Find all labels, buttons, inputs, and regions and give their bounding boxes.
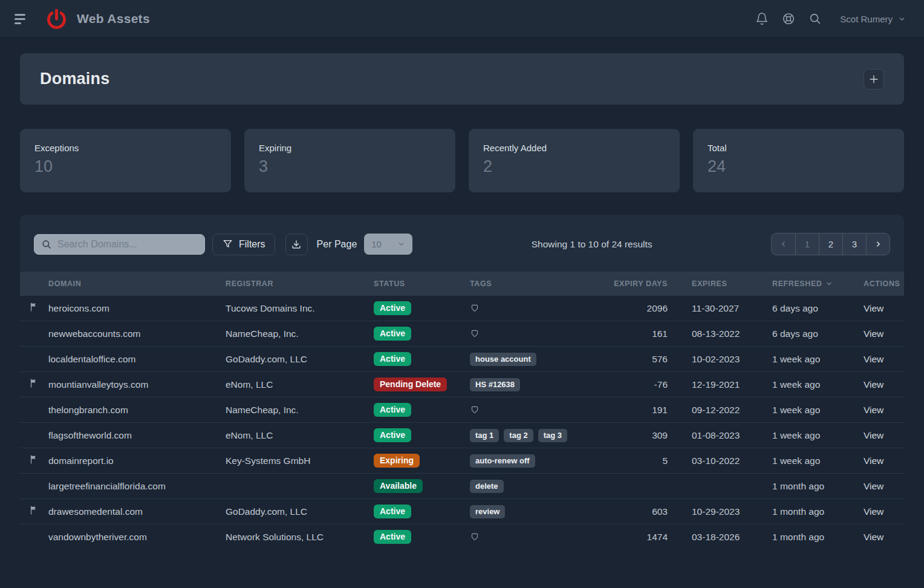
view-link[interactable]: View — [864, 481, 883, 491]
domain-name: domainreport.io — [48, 456, 226, 466]
tags-cell: auto-renew off — [470, 454, 596, 468]
tags-cell: delete — [470, 480, 596, 493]
top-navbar: Web Assets Scot Rumery — [0, 0, 924, 38]
expires-date: 12-19-2021 — [668, 379, 772, 390]
tag-pill: auto-renew off — [470, 454, 535, 468]
header-registrar: REGISTRAR — [226, 279, 374, 288]
expiry-days: 309 — [596, 430, 668, 441]
pagination-prev-button[interactable] — [772, 234, 795, 255]
table-toolbar: Filters Per Page 10 Showing 1 to 10 of 2… — [20, 233, 904, 255]
stat-card-expiring: Expiring 3 — [244, 129, 455, 192]
domain-name: mountianvalleytoys.com — [48, 379, 226, 390]
stat-value: 3 — [259, 157, 441, 176]
domains-panel: Filters Per Page 10 Showing 1 to 10 of 2… — [20, 215, 904, 549]
table-row: drawesomedental.com GoDaddy.com, LLC Act… — [20, 498, 904, 524]
app-title: Web Assets — [77, 11, 150, 26]
tags-cell — [470, 304, 596, 313]
table-row: mountianvalleytoys.com eNom, LLC Pending… — [20, 371, 904, 397]
status-badge: Available — [374, 479, 423, 493]
view-link[interactable]: View — [864, 354, 883, 364]
view-link[interactable]: View — [864, 303, 883, 313]
header-domain: DOMAIN — [48, 279, 226, 288]
pagination-page-2[interactable]: 2 — [819, 234, 842, 255]
tag-icon — [470, 532, 480, 542]
view-link[interactable]: View — [864, 532, 883, 542]
flag-icon — [29, 505, 39, 518]
table-row: domainreport.io Key-Systems GmbH Expirin… — [20, 448, 904, 473]
table-header-row: DOMAIN REGISTRAR STATUS TAGS EXPIRY DAYS… — [20, 272, 904, 295]
tag-pill: house account — [470, 353, 536, 366]
domain-name: localdentaloffice.com — [48, 354, 226, 365]
search-icon[interactable] — [808, 12, 822, 25]
domain-name: thelongbranch.com — [48, 405, 226, 416]
expires-date: 11-30-2027 — [668, 303, 772, 314]
menu-icon[interactable] — [15, 14, 30, 24]
stat-card-recently-added: Recently Added 2 — [469, 129, 680, 192]
power-logo-icon — [45, 8, 68, 30]
bell-icon[interactable] — [755, 12, 769, 25]
chevron-down-icon — [397, 240, 405, 248]
table-row: localdentaloffice.com GoDaddy.com, LLC A… — [20, 346, 904, 371]
stats-row: Exceptions 10 Expiring 3 Recently Added … — [20, 129, 904, 192]
view-link[interactable]: View — [864, 328, 883, 339]
registrar: NameCheap, Inc. — [226, 328, 374, 339]
registrar: NameCheap, Inc. — [226, 405, 374, 416]
stat-label: Total — [708, 143, 890, 153]
status-badge: Active — [374, 428, 411, 442]
view-link[interactable]: View — [864, 379, 883, 390]
table-row: heroicons.com Tucows Domains Inc. Active… — [20, 295, 904, 321]
registrar: Tucows Domains Inc. — [226, 303, 374, 314]
header-actions: ACTIONS — [864, 279, 904, 288]
chevron-down-icon — [898, 15, 906, 23]
search-input-icon — [41, 239, 52, 252]
pagination-page-3[interactable]: 3 — [842, 234, 866, 255]
tags-cell — [470, 532, 596, 542]
refreshed-cell: 1 week ago — [772, 405, 864, 416]
expires-date: 10-02-2023 — [668, 354, 772, 365]
plus-icon — [868, 73, 880, 85]
expiry-days: 2096 — [596, 303, 668, 314]
registrar: Key-Systems GmbH — [226, 456, 374, 466]
expiry-days: 191 — [596, 405, 668, 416]
tag-pill: tag 3 — [538, 429, 567, 442]
expires-date: 09-12-2022 — [668, 405, 772, 416]
flag-icon — [29, 302, 39, 315]
tag-pill: tag 2 — [504, 429, 533, 442]
refreshed-cell: 1 month ago — [772, 532, 864, 543]
expiry-days: -76 — [596, 379, 668, 390]
pagination-next-button[interactable] — [866, 234, 890, 255]
stat-value: 10 — [34, 157, 216, 176]
per-page-select[interactable]: 10 — [364, 234, 412, 255]
view-link[interactable]: View — [864, 506, 883, 517]
tags-cell — [470, 405, 596, 415]
expires-date: 03-18-2026 — [668, 532, 772, 543]
refreshed-cell: 1 month ago — [772, 481, 864, 492]
status-badge: Expiring — [374, 454, 420, 468]
status-badge: Active — [374, 327, 411, 341]
header-refreshed-sort[interactable]: REFRESHED — [772, 279, 864, 288]
view-link[interactable]: View — [864, 456, 883, 466]
stat-value: 2 — [483, 157, 665, 176]
search-input[interactable] — [34, 234, 205, 255]
download-icon — [291, 239, 302, 250]
expires-date: 10-29-2023 — [668, 506, 772, 517]
add-domain-button[interactable] — [864, 69, 884, 90]
status-badge: Active — [374, 352, 411, 366]
pagination-page-1[interactable]: 1 — [795, 234, 819, 255]
tag-icon — [470, 329, 480, 339]
filters-button[interactable]: Filters — [212, 234, 275, 255]
tag-icon — [470, 405, 480, 415]
refreshed-cell: 1 week ago — [772, 456, 864, 466]
stat-label: Expiring — [259, 143, 441, 153]
support-icon[interactable] — [782, 12, 795, 25]
download-button[interactable] — [285, 234, 308, 255]
header-expiry-days: EXPIRY DAYS — [596, 279, 668, 288]
refreshed-cell: 1 week ago — [772, 430, 864, 441]
stat-label: Recently Added — [483, 143, 665, 153]
tag-pill: HS #12638 — [470, 378, 520, 391]
view-link[interactable]: View — [864, 405, 883, 415]
user-menu[interactable]: Scot Rumery — [840, 14, 906, 24]
refreshed-cell: 1 week ago — [772, 379, 864, 390]
view-link[interactable]: View — [864, 430, 883, 440]
header-refreshed-label: REFRESHED — [772, 279, 822, 288]
